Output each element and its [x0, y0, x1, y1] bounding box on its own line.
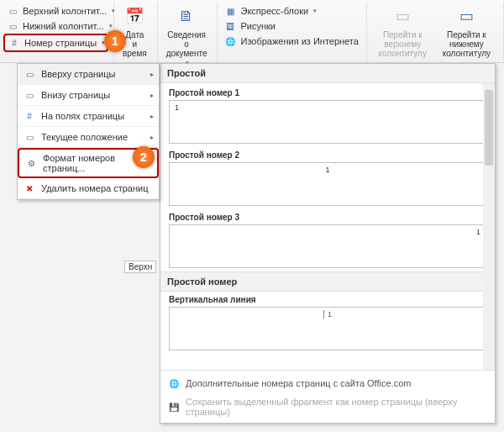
goto-header-icon: ▭: [391, 5, 414, 29]
submenu-current-label: Текущее положение: [41, 132, 128, 142]
page-number-gallery: Простой Простой номер 1 1 Простой номер …: [160, 63, 496, 424]
gallery-item-plain-2[interactable]: Простой номер 2 1: [160, 147, 495, 209]
callout-badge-2: 2: [133, 146, 155, 168]
submenu-top-label: Вверху страницы: [41, 69, 115, 79]
gallery-more-label: Дополнительные номера страниц с сайта Of…: [186, 378, 411, 388]
gallery-more-online[interactable]: 🌐 Дополнительные номера страниц с сайта …: [160, 373, 495, 393]
goto-footer-icon: ▭: [454, 5, 478, 29]
express-blocks-button[interactable]: ▦ Экспресс-блоки ▾: [221, 3, 360, 18]
page-bottom-icon: ▭: [23, 88, 36, 102]
ribbon-docinfo-group: 🗎 Сведения о документе ▾: [158, 2, 218, 62]
gallery-item-plain-1[interactable]: Простой номер 1 1: [160, 85, 495, 147]
submenu-remove-label: Удалить номера страниц: [41, 183, 149, 193]
preview-number: 1: [323, 310, 332, 319]
chevron-right-icon: ▸: [150, 134, 154, 141]
goto-footer-label: Перейти к нижнему колонтитулу: [440, 30, 493, 58]
format-icon: ⚙: [24, 156, 38, 170]
gallery-save-selection: 💾 Сохранить выделенный фрагмент как номе…: [160, 393, 495, 420]
page-number-submenu: ▭ Вверху страницы ▸ ▭ Внизу страницы ▸ #…: [17, 63, 160, 200]
gallery-body[interactable]: Простой номер 1 1 Простой номер 2 1 Прос…: [160, 83, 495, 370]
ribbon-nav-group: ▭ Перейти к верхнему колонтитулу ▭ Перей…: [367, 2, 504, 62]
page-number-icon: #: [8, 36, 21, 50]
online-pictures-icon: 🌐: [223, 34, 237, 48]
gallery-item-preview: 1: [169, 224, 486, 268]
submenu-bottom-label: Внизу страницы: [41, 90, 110, 100]
current-pos-icon: ▭: [23, 130, 36, 144]
header-label: Верхний колонтит...: [23, 6, 107, 16]
goto-footer-button[interactable]: ▭ Перейти к нижнему колонтитулу: [435, 3, 498, 61]
page-number-button[interactable]: # Номер страницы ▾: [3, 34, 108, 52]
ribbon-insert-group: ▦ Экспресс-блоки ▾ 🖼 Рисунки 🌐 Изображен…: [218, 2, 366, 62]
gallery-item-label: Простой номер 2: [169, 150, 486, 160]
header-icon: ▭: [6, 4, 19, 18]
footer-button[interactable]: ▭ Нижний колонтит... ▾: [3, 18, 108, 34]
express-label: Экспресс-блоки: [240, 6, 308, 16]
calendar-icon: 📅: [123, 5, 146, 29]
gallery-save-label: Сохранить выделенный фрагмент как номер …: [186, 397, 488, 417]
scrollbar-thumb[interactable]: [485, 90, 493, 166]
header-area-label: Верхн: [124, 261, 156, 273]
chevron-down-icon: ▾: [109, 23, 113, 29]
doc-info-label: Сведения о документе: [166, 30, 207, 58]
chevron-right-icon: ▸: [150, 71, 154, 78]
save-icon: 💾: [167, 400, 181, 414]
date-time-button[interactable]: 📅 Дата и время: [118, 3, 152, 60]
submenu-page-margins[interactable]: # На полях страницы ▸: [18, 106, 159, 127]
preview-number: 1: [175, 103, 179, 112]
remove-icon: ✖: [23, 182, 36, 195]
gallery-section-header: Простой номер: [160, 271, 495, 292]
gallery-item-label: Простой номер 1: [169, 88, 486, 97]
gallery-item-plain-3[interactable]: Простой номер 3 1: [160, 209, 495, 271]
footer-label: Нижний колонтит...: [23, 21, 104, 31]
online-pictures-button[interactable]: 🌐 Изображения из Интернета: [221, 34, 360, 49]
callout-badge-1: 1: [104, 30, 126, 52]
preview-number: 1: [325, 166, 329, 174]
page-top-icon: ▭: [23, 67, 36, 81]
building-blocks-icon: ▦: [223, 4, 237, 18]
gallery-footer: 🌐 Дополнительные номера страниц с сайта …: [160, 370, 495, 423]
page-number-label: Номер страницы: [24, 38, 97, 48]
submenu-bottom-of-page[interactable]: ▭ Внизу страницы ▸: [18, 85, 159, 106]
ribbon-header-footer-group: ▭ Верхний колонтит... ▾ ▭ Нижний колонти…: [0, 2, 114, 62]
document-info-icon: 🗎: [175, 5, 198, 29]
submenu-remove-page-numbers[interactable]: ✖ Удалить номера страниц: [18, 178, 159, 199]
chevron-right-icon: ▸: [150, 113, 154, 120]
header-button[interactable]: ▭ Верхний колонтит... ▾: [3, 3, 108, 18]
submenu-top-of-page[interactable]: ▭ Вверху страницы ▸: [18, 64, 159, 85]
office-icon: 🌐: [167, 377, 181, 390]
pictures-button[interactable]: 🖼 Рисунки: [221, 18, 360, 34]
gallery-item-preview: 1: [169, 100, 486, 144]
gallery-item-label: Вертикальная линия: [169, 295, 486, 304]
gallery-scrollbar[interactable]: [483, 83, 495, 370]
gallery-header: Простой: [160, 64, 495, 83]
pictures-icon: 🖼: [223, 19, 237, 33]
goto-header-label: Перейти к верхнему колонтитулу: [375, 30, 430, 58]
submenu-margins-label: На полях страницы: [41, 111, 124, 121]
goto-header-button[interactable]: ▭ Перейти к верхнему колонтитулу: [370, 3, 435, 61]
submenu-current-position[interactable]: ▭ Текущее положение ▸: [18, 127, 159, 148]
chevron-down-icon: ▾: [313, 8, 317, 14]
online-pic-label: Изображения из Интернета: [240, 36, 358, 46]
date-time-label: Дата и время: [123, 30, 147, 58]
gallery-item-vertical-line[interactable]: Вертикальная линия 1: [160, 292, 495, 354]
doc-info-button[interactable]: 🗎 Сведения о документе ▾: [161, 3, 213, 68]
footer-icon: ▭: [6, 19, 19, 33]
ribbon: ▭ Верхний колонтит... ▾ ▭ Нижний колонти…: [0, 0, 504, 63]
chevron-right-icon: ▸: [150, 92, 154, 99]
pictures-label: Рисунки: [240, 21, 276, 31]
gallery-item-preview: 1: [169, 307, 486, 350]
page-margin-icon: #: [23, 109, 36, 123]
preview-number: 1: [476, 228, 480, 236]
gallery-item-preview: 1: [169, 162, 486, 206]
gallery-item-label: Простой номер 3: [169, 213, 486, 222]
